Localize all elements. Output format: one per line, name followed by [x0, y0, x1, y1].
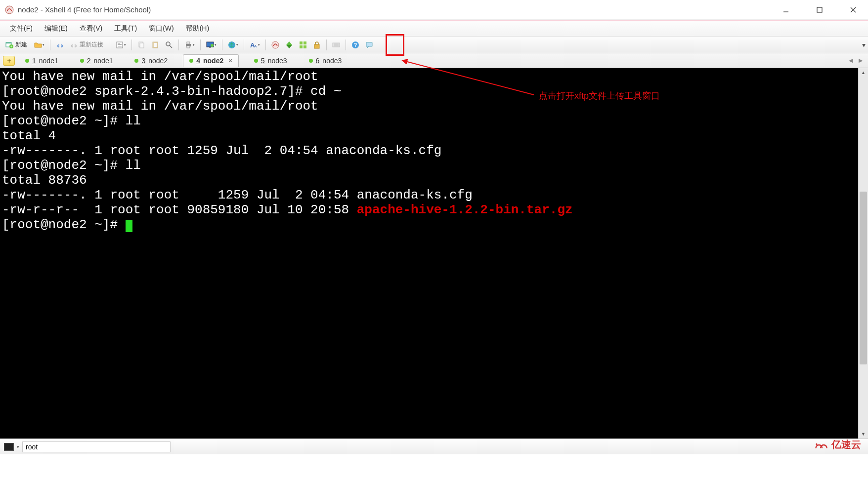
paste-button[interactable]	[149, 39, 162, 51]
tab-scroll-controls: ◀ ▶	[846, 56, 865, 65]
reconnect-button[interactable]: 重新连接	[67, 39, 107, 51]
new-tab-button[interactable]: ＋	[3, 56, 15, 66]
printer-icon	[184, 41, 192, 49]
menu-help[interactable]: 帮助(H)	[181, 23, 214, 35]
connection-status-icon	[80, 59, 84, 63]
toolbar-separator	[50, 40, 50, 50]
command-bar: ▾ 亿速云	[0, 439, 868, 454]
folder-open-icon	[34, 41, 42, 49]
print-button[interactable]: ▾	[182, 39, 197, 51]
close-tab-button[interactable]: ×	[228, 57, 232, 64]
tab-index: 3	[141, 57, 145, 65]
scroll-up-button[interactable]: ▲	[859, 68, 868, 77]
connection-status-icon	[309, 59, 313, 63]
toolbar-separator	[265, 40, 266, 50]
scrollbar-thumb[interactable]	[860, 192, 867, 364]
svg-point-41	[816, 443, 817, 444]
tab-label: node3	[322, 57, 342, 65]
svg-rect-30	[304, 41, 306, 44]
xshell-button[interactable]	[269, 39, 282, 51]
menu-tools[interactable]: 工具(T)	[109, 23, 142, 35]
tab-index: 6	[316, 57, 320, 65]
svg-rect-11	[118, 44, 122, 45]
toolbar-separator	[346, 40, 346, 50]
session-tab-2[interactable]: 2 node1	[74, 54, 120, 67]
session-tab-3[interactable]: 3 node2	[128, 54, 174, 67]
properties-button[interactable]: ▾	[113, 39, 129, 51]
open-button[interactable]: ▾	[32, 39, 47, 51]
link-button[interactable]	[53, 39, 66, 51]
chevron-down-icon: ▾	[236, 43, 238, 47]
globe-icon	[228, 41, 236, 49]
help-button[interactable]: ?	[349, 39, 362, 51]
xftp-button[interactable]	[283, 39, 296, 51]
menu-window[interactable]: 窗口(W)	[144, 23, 179, 35]
session-tab-4[interactable]: 4 node2×	[183, 54, 239, 67]
tab-index: 2	[87, 57, 91, 65]
main-toolbar: + 新建 ▾ 重新连接 ▾ ▾ ▾ ▾ AA▾ ? ▾	[0, 37, 868, 53]
help-icon: ?	[351, 41, 359, 49]
close-button[interactable]	[843, 3, 863, 17]
font-button[interactable]: AA▾	[247, 39, 262, 51]
web-button[interactable]: ▾	[225, 39, 241, 51]
tab-index: 5	[261, 57, 265, 65]
terminal-container: You have new mail in /var/spool/mail/roo…	[0, 68, 868, 439]
search-icon	[165, 41, 173, 49]
command-input[interactable]	[22, 441, 171, 452]
svg-rect-16	[154, 43, 157, 47]
svg-rect-29	[300, 41, 303, 44]
watermark-logo: 亿速云	[813, 438, 861, 451]
new-session-label: 新建	[15, 40, 27, 49]
toolbar-separator	[131, 40, 132, 50]
window-titlebar: node2 - Xshell 4 (Free for Home/School)	[0, 0, 868, 20]
connection-status-icon	[189, 59, 193, 63]
tab-index: 1	[32, 57, 36, 65]
svg-rect-32	[304, 45, 306, 48]
unlink-icon	[70, 41, 78, 49]
menu-edit[interactable]: 编辑(E)	[40, 23, 73, 35]
chevron-down-icon: ▾	[258, 43, 260, 47]
maximize-button[interactable]	[810, 3, 829, 17]
tile-button[interactable]	[297, 39, 309, 51]
scroll-down-button[interactable]: ▼	[859, 430, 868, 439]
screen-button[interactable]: ▾	[204, 39, 219, 51]
session-tab-1[interactable]: 1 node1	[19, 54, 65, 67]
chevron-down-icon: ▾	[124, 43, 126, 47]
link-icon	[56, 41, 64, 49]
menu-view[interactable]: 查看(V)	[75, 23, 108, 35]
toolbar-separator	[326, 40, 327, 50]
chat-button[interactable]	[363, 39, 376, 51]
svg-rect-12	[118, 46, 122, 46]
copy-button[interactable]	[135, 39, 148, 51]
monitor-icon	[206, 41, 214, 49]
chevron-down-icon[interactable]: ▾	[17, 444, 19, 449]
svg-text:?: ?	[354, 42, 357, 48]
new-session-button[interactable]: + 新建	[3, 39, 31, 51]
session-tab-6[interactable]: 6 node3	[303, 54, 348, 67]
keyboard-icon	[332, 41, 340, 49]
minimize-button[interactable]	[776, 3, 796, 17]
paste-icon	[151, 41, 159, 49]
toolbar-separator	[178, 40, 179, 50]
window-title: node2 - Xshell 4 (Free for Home/School)	[18, 5, 776, 14]
connection-status-icon	[25, 59, 29, 63]
keyboard-button[interactable]	[330, 39, 343, 51]
toolbar-overflow-button[interactable]: ▾	[859, 37, 868, 53]
terminal-scrollbar[interactable]: ▲ ▼	[858, 68, 868, 439]
tab-scroll-left-button[interactable]: ◀	[846, 56, 855, 65]
search-button[interactable]	[163, 39, 175, 51]
lock-button[interactable]	[310, 39, 323, 51]
xshell-icon	[271, 41, 279, 49]
tab-label: node2	[203, 57, 223, 65]
menu-file[interactable]: 文件(F)	[5, 23, 38, 35]
tab-scroll-right-button[interactable]: ▶	[856, 56, 865, 65]
annotation-highlight-box	[386, 34, 404, 56]
terminal-output[interactable]: You have new mail in /var/spool/mail/roo…	[0, 68, 858, 439]
tab-label: node2	[148, 57, 168, 65]
new-window-icon: +	[5, 41, 13, 49]
session-tab-5[interactable]: 5 node3	[248, 54, 294, 67]
svg-point-28	[272, 41, 279, 48]
connection-status-icon	[254, 59, 258, 63]
svg-rect-21	[187, 46, 190, 48]
svg-point-24	[211, 44, 214, 47]
